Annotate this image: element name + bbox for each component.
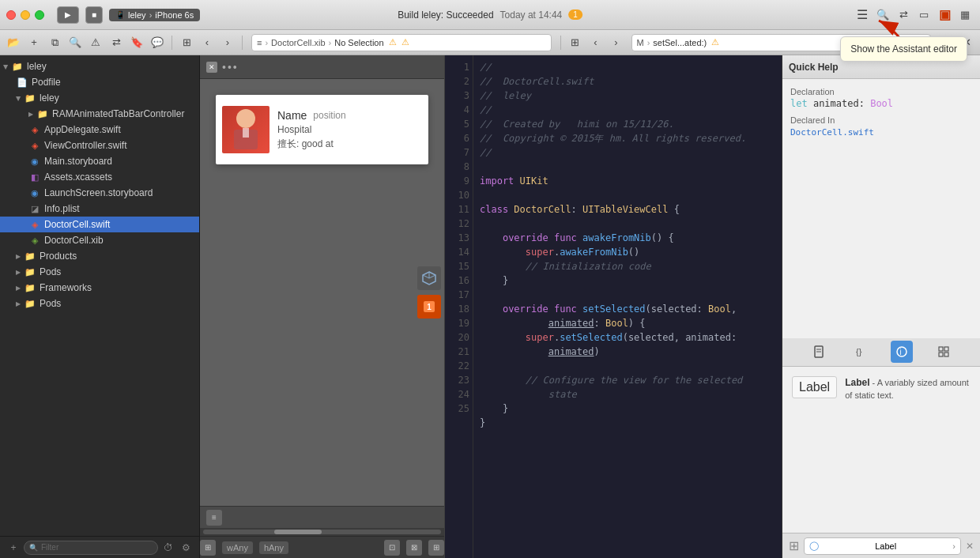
cell-name-row: Name position <box>277 109 422 122</box>
maximize-button[interactable] <box>35 10 44 20</box>
sidebar-item-label: Frameworks <box>40 282 196 293</box>
code-text[interactable]: // // DoctorCell.swift // leley // // Cr… <box>473 55 782 558</box>
ib-thumb-cube[interactable] <box>417 266 441 290</box>
ib-add-btn[interactable]: ⊞ <box>200 540 216 556</box>
ib-breadcrumb[interactable]: ≡ › DoctorCell.xib › No Selection ⚠ ⚠ <box>251 34 552 51</box>
play-button[interactable]: ▶ <box>57 6 79 24</box>
sidebar-item-assets[interactable]: ◧ Assets.xcassets <box>0 169 199 185</box>
code-nav-forward[interactable]: › <box>608 34 625 51</box>
sidebar-item-doctorcell-xib[interactable]: ◈ DoctorCell.xib <box>0 232 199 248</box>
cube-icon <box>421 270 437 286</box>
stop-button[interactable]: ■ <box>85 6 103 24</box>
scrollbar-thumb[interactable] <box>274 530 322 534</box>
sidebar-item-podfile[interactable]: 📄 Podfile <box>0 74 199 90</box>
qh-footer-close-btn[interactable]: ✕ <box>966 541 974 552</box>
minimize-button[interactable] <box>21 10 30 20</box>
scrollbar-area[interactable] <box>200 528 444 536</box>
doctor-avatar <box>222 106 270 153</box>
nav-back-btn[interactable]: ‹ <box>198 34 216 51</box>
sidebar-item-ram[interactable]: ▶ 📁 RAMAnimatedTabBarController <box>0 106 199 122</box>
sidebar-item-launchscreen[interactable]: ◉ LaunchScreen.storyboard <box>0 185 199 201</box>
ib-pin-btn[interactable]: ⊠ <box>406 540 422 556</box>
inspector-tab-file[interactable] <box>808 341 830 363</box>
svg-text:{}: {} <box>856 347 862 356</box>
grid-btn[interactable]: ⊞ <box>178 34 195 51</box>
back-forward-button[interactable]: ⇄ <box>895 6 912 24</box>
editor-version-button[interactable]: ▦ <box>956 6 974 24</box>
comment-btn[interactable]: 💬 <box>149 34 166 51</box>
ib-document-outline-btn[interactable]: ≡ <box>206 510 222 526</box>
svg-text:1: 1 <box>427 303 432 311</box>
label-desc-title: Label <box>845 377 869 388</box>
qh-footer-select[interactable]: ◯ Label › <box>804 537 961 555</box>
xcassets-icon: ◧ <box>28 171 41 183</box>
svg-rect-19 <box>944 353 948 356</box>
sidebar-item-label: RAMAnimatedTabBarController <box>52 108 196 119</box>
sidebar-item-viewcontroller[interactable]: ◈ ViewController.swift <box>0 138 199 153</box>
copy-btn[interactable]: ⧉ <box>46 34 63 51</box>
ib-resolve-btn[interactable]: ⊞ <box>428 540 444 556</box>
warning-btn[interactable]: ⚠ <box>87 34 104 51</box>
nav-forward-btn[interactable]: › <box>219 34 236 51</box>
qh-bottom-spacer <box>782 411 980 533</box>
sidebar-item-label: DoctorCell.xib <box>44 235 196 246</box>
inspector-tab-code[interactable]: {} <box>850 341 872 363</box>
filter-history-btn[interactable]: ⏱ <box>161 541 175 555</box>
device-badge[interactable]: 📱 leley › iPhone 6s <box>109 9 200 21</box>
person-silhouette <box>226 106 266 153</box>
file-tree: ▶ 📁 leley 📄 Podfile ▶ 📁 leley ▶ 📁 RAMAni… <box>0 55 199 536</box>
inspector-tabs: {} i <box>782 338 980 367</box>
sidebar-item-infoplist[interactable]: ◪ Info.plist <box>0 201 199 217</box>
cell-hospital-label: Hospital <box>277 124 422 135</box>
editor-single-button[interactable]: ▭ <box>915 6 933 24</box>
label-section: Label Label - A variably sized amount of… <box>782 367 980 411</box>
diff-btn[interactable]: ⇄ <box>107 34 125 51</box>
collapse-icon: ▶ <box>16 285 21 292</box>
scrollbar-track <box>203 530 441 534</box>
bookmark-btn[interactable]: 🔖 <box>128 34 145 51</box>
close-button[interactable] <box>6 10 16 20</box>
ib-dots-btn[interactable]: ••• <box>222 61 239 74</box>
ib-align-btn[interactable]: ⊡ <box>384 540 400 556</box>
declared-in-link[interactable]: DoctorCell.swift <box>790 127 874 138</box>
sidebar-item-label: Pods <box>40 298 196 309</box>
sidebar-item-frameworks[interactable]: ▶ 📁 Frameworks <box>0 280 199 296</box>
app-name: leley <box>128 10 146 20</box>
sidebar-item-mainstoryboard[interactable]: ◉ Main.storyboard <box>0 153 199 169</box>
inspector-tab-grid[interactable] <box>933 341 955 363</box>
add-file-btn[interactable]: + <box>6 541 21 555</box>
code-nav-back[interactable]: ‹ <box>587 34 605 51</box>
search-box[interactable]: 🔍 Filter <box>24 541 158 555</box>
ib-toolbar: ✕ ••• <box>200 55 444 79</box>
sidebar-item-leley-group[interactable]: ▶ 📁 leley <box>0 90 199 106</box>
sidebar-item-doctorcell-swift[interactable]: ◈ DoctorCell.swift <box>0 217 199 232</box>
sidebar-item-leley-root[interactable]: ▶ 📁 leley <box>0 58 199 74</box>
sidebar-item-products[interactable]: ▶ 📁 Products <box>0 248 199 264</box>
width-label[interactable]: wAny <box>222 541 253 554</box>
inspector-tab-help[interactable]: i <box>891 341 913 363</box>
sidebar-settings-btn[interactable]: ⚙ <box>179 541 193 555</box>
collapse-icon: ▶ <box>16 269 21 276</box>
ib-close-btn[interactable]: ✕ <box>206 62 217 73</box>
editor-assistant-button[interactable]: ▣ <box>936 6 953 24</box>
cell-name-label: Name <box>277 109 307 122</box>
sidebar-item-appdelegate[interactable]: ◈ AppDelegate.swift <box>0 122 199 138</box>
sidebar-item-label: DoctorCell.swift <box>44 219 196 230</box>
device-model: iPhone 6s <box>155 10 194 20</box>
add-file-btn[interactable]: + <box>25 34 43 51</box>
height-label[interactable]: hAny <box>259 541 288 554</box>
sidebar: ▶ 📁 leley 📄 Podfile ▶ 📁 leley ▶ 📁 RAMAni… <box>0 55 200 558</box>
code-grid-btn[interactable]: ⊞ <box>567 34 584 51</box>
avatar-placeholder <box>222 106 270 153</box>
sidebar-item-label: Assets.xcassets <box>44 172 196 183</box>
filter-btn[interactable]: 🔍 <box>66 34 84 51</box>
sidebar-toggle-button[interactable]: ☰ <box>854 6 871 24</box>
ib-canvas: Name position Hospital 擅长: good at <box>200 79 444 506</box>
ib-thumb-object[interactable]: 1 <box>417 295 441 319</box>
sidebar-item-pods2[interactable]: ▶ 📁 Pods <box>0 296 199 311</box>
device-name: › <box>149 10 153 20</box>
sidebar-item-pods[interactable]: ▶ 📁 Pods <box>0 264 199 280</box>
search-button[interactable]: 🔍 <box>874 6 891 24</box>
sidebar-toggle-btn[interactable]: 📂 <box>5 34 22 51</box>
file-icon: 📄 <box>16 76 28 89</box>
